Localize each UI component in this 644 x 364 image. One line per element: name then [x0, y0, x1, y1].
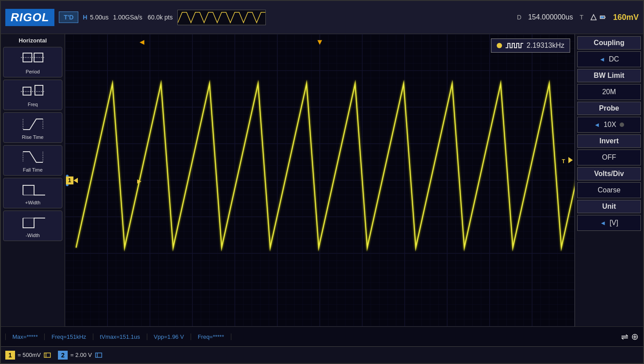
freq-value: 2.19313kHz — [527, 42, 564, 50]
ch-indicator — [497, 43, 502, 48]
svg-rect-20 — [96, 353, 102, 357]
volts-div-label: Volts/Div — [577, 167, 641, 180]
svg-marker-17 — [568, 157, 573, 163]
ground-arrow — [73, 178, 80, 183]
trigger-info: D 154.000000us T 160mV — [517, 13, 639, 22]
ch1-voltage: = 500mV — [18, 352, 41, 358]
unit-label: Unit — [577, 200, 641, 213]
coupling-arrow[interactable]: ◄ — [599, 56, 606, 63]
minus-width-icon — [19, 214, 46, 231]
time-offset: 154.000000us — [528, 13, 573, 21]
bw-limit-value: 20M — [602, 88, 616, 96]
ch2-badge: 2 = 2.00 V — [58, 351, 103, 360]
h-pos-marker: ◄ — [138, 38, 146, 47]
right-panel: Coupling ◄ DC BW Limit 20M Probe ◄ 10X I… — [575, 34, 643, 326]
plus-width-label: +Width — [25, 200, 41, 205]
probe-label: Probe — [577, 102, 641, 115]
top-bar: RIGOL T'D H 5.00us 1.00GSa/s 60.0k pts D… — [1, 1, 643, 34]
fall-time-label: Fall Time — [23, 167, 43, 172]
svg-rect-2 — [605, 17, 606, 18]
sidebar-title: Horizontal — [3, 36, 62, 45]
invert-value-btn[interactable]: OFF — [577, 149, 641, 165]
fall-time-button[interactable]: Fall Time — [3, 145, 62, 176]
svg-rect-8 — [35, 85, 43, 95]
unit-value-btn[interactable]: ◄ [V] — [577, 215, 641, 231]
stat-freq2: Freq=***** — [191, 333, 231, 340]
screen-area: ▼ 2.19313kHz 1 — [65, 34, 575, 326]
main-area: Horizontal Period — [1, 34, 643, 326]
channel-bar: 1 = 500mV 2 = 2.00 V — [1, 346, 643, 363]
coupling-value-btn[interactable]: ◄ DC — [577, 51, 641, 67]
svg-rect-18 — [44, 353, 50, 357]
volts-div-value: Coarse — [598, 186, 621, 194]
coupling-value: DC — [609, 55, 619, 63]
usb-icon: ⇌ ⊕ — [621, 331, 639, 342]
rise-time-label: Rise Time — [22, 134, 44, 140]
ch2-coupling-icon — [95, 352, 103, 358]
trigger-marker-top: ▼ — [316, 38, 324, 47]
freq-label: Freq — [28, 102, 38, 107]
volts-div-value-btn[interactable]: Coarse — [577, 182, 641, 198]
fall-time-icon — [19, 148, 46, 166]
ch1-ground-marker: 1 — [66, 176, 80, 184]
ch2-number[interactable]: 2 — [58, 351, 68, 360]
voltage-display: 160mV — [613, 13, 639, 22]
svg-marker-16 — [73, 178, 78, 183]
svg-marker-0 — [591, 15, 596, 20]
ch1-badge: 1 = 500mV — [5, 351, 51, 360]
probe-value-btn[interactable]: ◄ 10X — [577, 117, 641, 133]
stat-freq: Freq=151kHz — [45, 333, 93, 340]
invert-label: Invert — [577, 134, 641, 148]
trigger-arrow — [567, 157, 573, 163]
freq-icon — [19, 83, 46, 100]
minus-width-button[interactable]: -Width — [3, 211, 62, 241]
svg-rect-3 — [601, 16, 604, 18]
mode-badge[interactable]: T'D — [59, 11, 78, 23]
trigger-icon — [590, 14, 597, 21]
period-icon — [19, 50, 46, 68]
trigger-icons — [590, 14, 606, 21]
plus-width-icon — [19, 181, 46, 199]
time-div: 5.00us — [90, 14, 108, 21]
ch2-voltage: = 2.00 V — [70, 352, 92, 358]
probe-dot — [620, 123, 624, 127]
probe-arrow-left[interactable]: ◄ — [594, 121, 600, 128]
ch1-coupling-icon — [43, 352, 51, 358]
oscilloscope-main: RIGOL T'D H 5.00us 1.00GSa/s 60.0k pts D… — [0, 0, 644, 364]
waveform-preview — [177, 10, 266, 25]
sample-info: 1.00GSa/s 60.0k pts — [113, 14, 173, 21]
svg-rect-7 — [23, 87, 31, 95]
pts: 60.0k pts — [148, 14, 173, 21]
period-button[interactable]: Period — [3, 47, 62, 77]
d-label: D — [517, 14, 521, 21]
stat-tvmax: tVmax=151.1us — [93, 333, 147, 340]
bottom-stats-bar: Max=***** Freq=151kHz tVmax=151.1us Vpp=… — [1, 326, 643, 346]
rise-time-button[interactable]: Rise Time — [3, 112, 62, 143]
bw-limit-value-btn[interactable]: 20M — [577, 84, 641, 100]
minus-width-label: -Width — [26, 233, 40, 238]
pulse-icon — [506, 41, 523, 50]
rigol-logo: RIGOL — [5, 9, 54, 26]
period-label: Period — [26, 69, 40, 74]
t-label: T — [579, 14, 583, 21]
unit-value: [V] — [610, 219, 618, 227]
invert-value: OFF — [602, 153, 616, 161]
bw-limit-label: BW Limit — [577, 69, 641, 82]
probe-value: 10X — [604, 121, 616, 129]
ch1-level-arrow: ► — [136, 177, 143, 185]
h-label: H — [83, 14, 87, 21]
rise-time-icon — [19, 115, 46, 133]
sample-rate: 1.00GSa/s — [113, 14, 142, 21]
coupling-label: Coupling — [577, 36, 641, 50]
stat-max: Max=***** — [5, 333, 45, 340]
freq-badge: 2.19313kHz — [491, 38, 570, 53]
unit-arrow-left[interactable]: ◄ — [600, 219, 606, 226]
stat-vpp: Vpp=1.96 V — [147, 333, 191, 340]
trigger-marker-t: T — [562, 158, 565, 165]
timebase-info: H 5.00us — [83, 14, 108, 21]
freq-button[interactable]: Freq — [3, 80, 62, 110]
ch1-number[interactable]: 1 — [5, 351, 15, 360]
trigger-level-marker: T — [562, 157, 573, 165]
battery-icon — [599, 14, 606, 21]
plus-width-button[interactable]: +Width — [3, 178, 62, 208]
